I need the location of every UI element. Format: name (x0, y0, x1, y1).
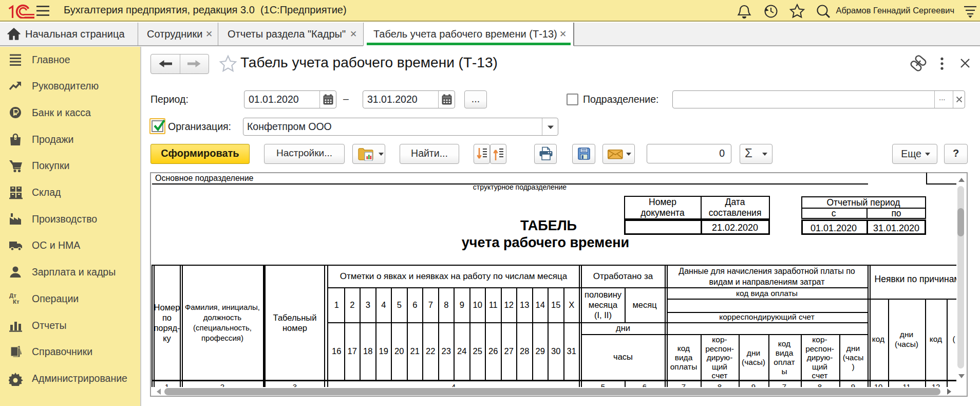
svg-text:21.02.2020: 21.02.2020 (712, 223, 758, 233)
svg-text:1: 1 (334, 300, 339, 309)
svg-text:14: 14 (536, 300, 545, 309)
svg-text:22: 22 (426, 346, 435, 356)
svg-text:27: 27 (504, 346, 514, 356)
svg-text:): ) (852, 362, 854, 371)
svg-text:21: 21 (410, 346, 420, 356)
svg-text:2: 2 (350, 300, 354, 309)
svg-text:составления: составления (709, 208, 762, 218)
svg-text:4: 4 (381, 300, 386, 309)
svg-text:счет: счет (812, 371, 828, 380)
svg-text:вида: вида (675, 353, 693, 362)
svg-text:Х: Х (569, 300, 574, 309)
svg-text:Отработано за: Отработано за (593, 271, 653, 281)
svg-text:5: 5 (397, 300, 402, 309)
svg-text:(специальность,: (специальность, (193, 323, 252, 332)
svg-text:23: 23 (442, 346, 451, 356)
svg-text:Номер: Номер (649, 197, 676, 207)
svg-text:код: код (778, 339, 790, 348)
svg-text:код: код (872, 335, 884, 343)
svg-text:7: 7 (428, 300, 433, 309)
svg-text:18: 18 (363, 346, 372, 356)
svg-text:с: с (832, 208, 836, 218)
svg-text:дни: дни (900, 330, 913, 339)
svg-text:17: 17 (348, 346, 357, 356)
svg-text:ы: ы (781, 367, 787, 376)
svg-text:Данные для начисления заработн: Данные для начисления заработной платы п… (679, 267, 855, 275)
svg-text:29: 29 (536, 346, 545, 356)
svg-text:номер: номер (282, 323, 307, 333)
svg-text:Отчетный период: Отчетный период (826, 197, 900, 208)
svg-text:13: 13 (520, 300, 529, 309)
svg-text:ку: ку (163, 334, 171, 343)
svg-text:3: 3 (366, 300, 370, 309)
svg-text:15: 15 (551, 300, 560, 309)
svg-text:31.01.2020: 31.01.2020 (873, 223, 919, 233)
svg-text:видам и направлениям затрат: видам и направлениям затрат (709, 278, 825, 286)
svg-text:учета рабочего времени: учета рабочего времени (462, 235, 629, 250)
svg-text:Табельный: Табельный (273, 313, 317, 322)
svg-text:Отметки о явках и неявках на р: Отметки о явках и неявках на работу по ч… (340, 271, 568, 281)
svg-text:половину: половину (585, 290, 622, 299)
svg-text:код: код (677, 344, 690, 353)
svg-text:щий: щий (812, 362, 827, 371)
svg-text:код вида оплаты: код вида оплаты (736, 289, 798, 298)
svg-text:01.01.2020: 01.01.2020 (811, 223, 857, 233)
svg-text:16: 16 (332, 346, 341, 356)
svg-text:11: 11 (489, 300, 498, 309)
svg-text:оплаты: оплаты (670, 362, 698, 371)
svg-text:кор-: кор- (812, 335, 827, 344)
svg-text:счет: счет (712, 371, 728, 380)
svg-text:8: 8 (444, 300, 448, 309)
svg-text:по: по (891, 208, 901, 218)
svg-text:Дата: Дата (725, 197, 745, 207)
svg-text:(часы: (часы (843, 353, 864, 362)
svg-text:19: 19 (379, 346, 388, 356)
svg-text:Номер: Номер (154, 303, 180, 312)
svg-text:6: 6 (412, 300, 417, 309)
svg-text:должность: должность (203, 313, 242, 322)
svg-text:Неявки по причинам: Неявки по причинам (875, 274, 960, 284)
svg-text:(: ( (952, 335, 955, 343)
svg-text:кор-: кор- (712, 335, 727, 344)
svg-text:респон-: респон- (705, 344, 734, 353)
svg-text:20: 20 (394, 346, 404, 356)
svg-text:месяц: месяц (632, 300, 657, 309)
svg-text:дирую-: дирую- (807, 353, 833, 362)
svg-text:щий: щий (712, 362, 727, 371)
svg-text:28: 28 (520, 346, 529, 356)
svg-text:респон-: респон- (805, 344, 834, 353)
svg-text:корреспондирующий счет: корреспондирующий счет (719, 312, 815, 321)
svg-text:поряд-: поряд- (154, 323, 180, 333)
svg-text:ТАБЕЛЬ: ТАБЕЛЬ (520, 218, 577, 233)
svg-text:26: 26 (488, 346, 498, 356)
svg-text:часы: часы (613, 352, 633, 361)
svg-text:структурное подразделение: структурное подразделение (473, 183, 567, 191)
svg-text:дни: дни (616, 323, 630, 333)
svg-text:31: 31 (567, 346, 576, 356)
svg-text:профессия): профессия) (201, 334, 243, 342)
svg-text:документа: документа (640, 208, 685, 218)
svg-text:30: 30 (551, 346, 560, 356)
svg-text:10: 10 (473, 300, 482, 309)
svg-text:по: по (162, 313, 172, 322)
svg-text:12: 12 (504, 300, 514, 309)
svg-text:Основное подразделение: Основное подразделение (155, 174, 254, 182)
svg-text:(I, II): (I, II) (594, 310, 612, 320)
svg-text:Фамилия, инициалы,: Фамилия, инициалы, (185, 303, 260, 311)
svg-text:дни: дни (747, 348, 760, 357)
svg-text:дирую-: дирую- (707, 353, 733, 362)
svg-text:(часы): (часы) (895, 340, 918, 348)
svg-text:дни: дни (846, 344, 860, 353)
svg-text:(часы): (часы) (742, 358, 765, 366)
svg-text:9: 9 (460, 300, 464, 309)
svg-text:25: 25 (473, 346, 482, 356)
svg-text:вида: вида (776, 348, 794, 357)
svg-text:24: 24 (457, 346, 466, 356)
svg-text:месяца: месяца (589, 300, 618, 309)
svg-text:оплат: оплат (774, 358, 795, 366)
svg-text:код: код (930, 335, 942, 343)
